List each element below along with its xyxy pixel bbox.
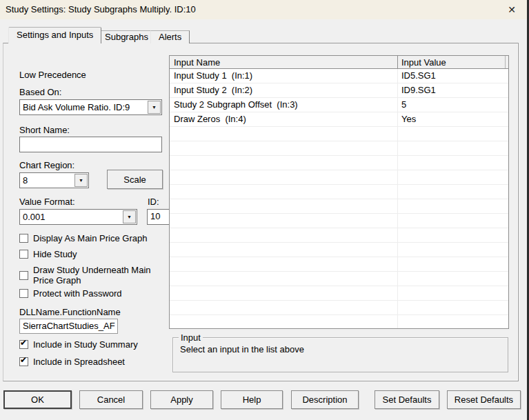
chart-region-value: 8 (23, 173, 74, 188)
scale-button[interactable]: Scale (107, 170, 163, 189)
tab-subgraphs[interactable]: Subgraphs (97, 30, 157, 43)
inputs-table-header: Input Name Input Value (170, 56, 508, 69)
ok-button[interactable]: OK (3, 390, 72, 409)
column-divider[interactable] (397, 56, 398, 68)
column-header-input-name[interactable]: Input Name (174, 57, 220, 68)
table-row-empty[interactable] (170, 170, 508, 185)
unchecked-checkbox-icon[interactable] (19, 271, 28, 280)
chevron-down-icon[interactable]: ▼ (74, 174, 88, 187)
chevron-down-icon[interactable]: ▼ (123, 210, 136, 223)
input-name-cell: Study 2 Subgraph Offset (In:3) (174, 98, 393, 112)
table-row-empty[interactable] (170, 315, 508, 328)
table-row-empty[interactable] (170, 228, 508, 243)
table-row-empty[interactable] (170, 141, 508, 156)
value-format-combo[interactable]: 0.001 ▼ (19, 209, 137, 225)
tab-settings-and-inputs[interactable]: Settings and Inputs (8, 27, 101, 43)
input-name-cell: Input Study 1 (In:1) (174, 69, 393, 83)
tab-alerts[interactable]: Alerts (150, 30, 190, 43)
checkbox-label: Hide Study (33, 249, 77, 259)
short-name-input[interactable] (19, 137, 162, 152)
input-value-cell: ID5.SG1 (401, 69, 506, 83)
table-row-empty[interactable] (170, 257, 508, 272)
unchecked-checkbox-icon[interactable] (19, 289, 28, 298)
table-row[interactable]: Input Study 2 (In:2)ID9.SG1 (170, 83, 508, 98)
checkmark-icon: ✔ (20, 356, 27, 365)
id-input[interactable]: 10 (147, 209, 170, 225)
column-divider (505, 56, 506, 68)
table-row-empty[interactable] (170, 243, 508, 257)
checkbox-include-in-study-summary[interactable]: ✔Include in Study Summary (19, 339, 138, 350)
unchecked-checkbox-icon[interactable] (19, 250, 28, 259)
input-value-cell: ID9.SG1 (401, 83, 506, 97)
input-groupbox-title: Input (179, 332, 203, 343)
table-row-empty[interactable] (170, 156, 508, 170)
based-on-combo[interactable]: Bid Ask Volume Ratio. ID:9 ▼ (19, 99, 162, 115)
chart-region-label: Chart Region: (19, 160, 74, 170)
chevron-down-icon[interactable]: ▼ (148, 101, 161, 114)
set-defaults-button[interactable]: Set Defaults (375, 390, 439, 409)
input-name-cell: Draw Zeros (In:4) (174, 112, 393, 126)
title-bar: Study Settings: Study Subgraphs Multiply… (0, 0, 527, 19)
checkbox-display-as-main-price-graph[interactable]: Display As Main Price Graph (19, 233, 147, 243)
input-value-cell: Yes (401, 112, 506, 126)
table-row-empty[interactable] (170, 272, 508, 286)
based-on-label: Based On: (19, 87, 61, 97)
checkbox-draw-study-underneath[interactable]: Draw Study Underneath Main Price Graph (19, 265, 157, 286)
table-row-empty[interactable] (170, 185, 508, 199)
help-button[interactable]: Help (221, 390, 283, 409)
checkbox-label: Include in Spreadsheet (33, 357, 125, 367)
table-row[interactable]: Draw Zeros (In:4)Yes (170, 112, 508, 127)
input-value-cell: 5 (401, 98, 506, 112)
dll-function-label: DLLName.FunctionName (19, 307, 121, 317)
checkbox-label: Draw Study Underneath Main Price Graph (33, 265, 157, 286)
apply-button[interactable]: Apply (150, 390, 213, 409)
input-name-cell: Input Study 2 (In:2) (174, 83, 393, 97)
close-icon[interactable]: ✕ (504, 2, 519, 17)
cancel-button[interactable]: Cancel (79, 390, 143, 409)
value-format-value: 0.001 (23, 210, 123, 224)
dll-function-input[interactable]: SierraChartStudies_AF (19, 319, 118, 334)
table-row-empty[interactable] (170, 286, 508, 301)
checkbox-hide-study[interactable]: Hide Study (19, 249, 77, 259)
table-row-empty[interactable] (170, 214, 508, 228)
table-row[interactable]: Study 2 Subgraph Offset (In:3)5 (170, 98, 508, 112)
input-groupbox: Input Select an input in the list above (172, 337, 508, 372)
checkbox-protect-with-password[interactable]: Protect with Password (19, 288, 122, 299)
precedence-label: Low Precedence (19, 70, 86, 80)
inputs-table[interactable]: Input Name Input Value Input Study 1 (In… (169, 55, 509, 329)
checkbox-label: Display As Main Price Graph (33, 233, 147, 243)
study-settings-dialog: Study Settings: Study Subgraphs Multiply… (0, 0, 529, 420)
id-label: ID: (148, 197, 159, 207)
short-name-label: Short Name: (19, 125, 70, 135)
value-format-label: Value Format: (19, 197, 75, 207)
input-groupbox-message: Select an input in the list above (180, 344, 304, 354)
checkmark-icon: ✔ (20, 339, 27, 348)
table-row-empty[interactable] (170, 199, 508, 214)
checkbox-label: Protect with Password (33, 288, 122, 299)
checked-checkbox-icon[interactable]: ✔ (19, 357, 28, 366)
checked-checkbox-icon[interactable]: ✔ (19, 340, 28, 349)
table-row[interactable]: Input Study 1 (In:1)ID5.SG1 (170, 69, 508, 83)
column-header-input-value[interactable]: Input Value (401, 57, 446, 68)
inputs-table-body: Input Study 1 (In:1)ID5.SG1Input Study 2… (170, 69, 508, 328)
chart-region-combo[interactable]: 8 ▼ (19, 172, 89, 188)
unchecked-checkbox-icon[interactable] (19, 234, 28, 243)
reset-defaults-button[interactable]: Reset Defaults (447, 390, 521, 409)
dialog-title: Study Settings: Study Subgraphs Multiply… (6, 0, 196, 19)
checkbox-include-in-spreadsheet[interactable]: ✔Include in Spreadsheet (19, 357, 125, 367)
description-button[interactable]: Description (291, 390, 359, 409)
checkbox-label: Include in Study Summary (33, 339, 138, 350)
based-on-value: Bid Ask Volume Ratio. ID:9 (23, 100, 148, 114)
table-row-empty[interactable] (170, 127, 508, 141)
table-row-empty[interactable] (170, 301, 508, 315)
